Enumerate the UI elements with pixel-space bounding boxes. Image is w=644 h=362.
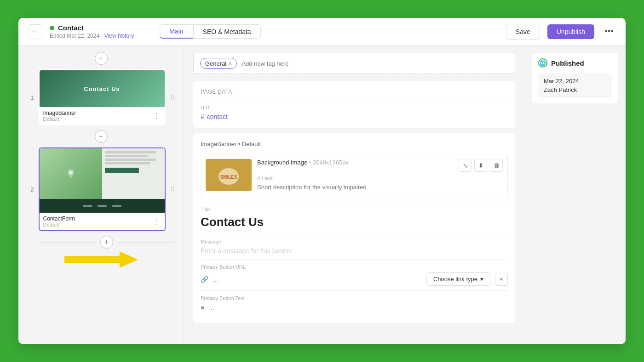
page-data-card: Page data UID # contact xyxy=(193,81,515,128)
section-menu-button-1[interactable]: ⋮ xyxy=(152,111,161,121)
url-field-group: Primary Button URL 🔗 ... Choose link typ… xyxy=(201,259,508,290)
section-labels-2: ContactForm Default xyxy=(43,215,75,227)
tab-seo[interactable]: SEO & Metadata xyxy=(193,24,261,39)
thumbnail-top xyxy=(40,148,165,199)
published-label: Published xyxy=(551,59,584,67)
arrow-annotation xyxy=(37,251,166,268)
more-menu-button[interactable]: ••• xyxy=(602,24,616,39)
publish-date-card: Mar 22, 2024 Zach Patrick xyxy=(538,73,612,98)
image-title-text: Background Image xyxy=(257,159,307,166)
add-section-bottom-row: + xyxy=(28,236,175,249)
add-section-middle-button[interactable]: + xyxy=(95,130,108,143)
image-title: Background Image • 2048x1365px xyxy=(257,159,349,166)
crop-button[interactable]: ⤡ xyxy=(459,159,472,172)
uid-content: UID # contact xyxy=(201,105,508,120)
text-value: ... xyxy=(209,304,214,311)
tag-label: General xyxy=(205,60,226,67)
url-row: 🔗 ... Choose link type ▾ × xyxy=(201,272,508,286)
svg-marker-1 xyxy=(64,251,138,268)
add-section-top-button[interactable]: + xyxy=(95,52,108,65)
edited-text: Edited Mar 22, 2024 - xyxy=(50,33,103,39)
uid-row: UID # contact xyxy=(201,100,508,120)
message-label: Message xyxy=(201,239,508,244)
add-tag-input[interactable] xyxy=(242,60,319,67)
section-labels-1: ImageBanner Default xyxy=(43,110,76,122)
text-field-group: Primary Button Text ≡ ... xyxy=(201,290,508,316)
section-sub-2: Default xyxy=(43,222,75,227)
message-placeholder[interactable]: Enter a message for this banner xyxy=(201,247,508,255)
tag-remove-button[interactable]: × xyxy=(228,60,232,67)
publish-date: Mar 22, 2024 xyxy=(544,78,606,85)
section-row-1: 1 Contact Us ImageBanner Default ⋮ ⠿ xyxy=(28,69,175,125)
section-thumbnail-1: Contact Us xyxy=(40,70,165,107)
section-thumbnail-2 xyxy=(40,148,165,213)
tags-row: General × xyxy=(193,53,515,74)
url-value: ... xyxy=(213,276,218,283)
divider-line-right xyxy=(118,242,175,243)
status-dot xyxy=(50,26,54,30)
center-panel: General × Page data UID # contact xyxy=(184,45,524,344)
section-number-2: 2 xyxy=(28,186,34,193)
text-label: Primary Button Text xyxy=(201,295,508,301)
image-banner-card: ImageBanner • Default SMILES xyxy=(193,133,515,323)
uid-label: UID xyxy=(201,105,508,110)
section-card-2[interactable]: ContactForm Default ⋮ xyxy=(39,147,166,231)
yellow-arrow-svg xyxy=(64,251,138,268)
uid-value: contact xyxy=(207,113,228,120)
delete-image-button[interactable]: 🗑 xyxy=(490,159,503,172)
text-row: ≡ ... xyxy=(201,304,508,311)
published-card: 🌐 Published Mar 22, 2024 Zach Patrick xyxy=(532,53,618,103)
clear-url-button[interactable]: × xyxy=(495,273,508,286)
divider-line xyxy=(39,242,96,243)
page-meta: Edited Mar 22, 2024 - View history xyxy=(50,33,134,39)
add-section-bottom-button[interactable]: + xyxy=(100,236,113,249)
unpublish-button[interactable]: Unpublish xyxy=(547,24,594,39)
page-title-row: Contact xyxy=(50,24,134,32)
section-card-title: ImageBanner • Default xyxy=(201,141,508,147)
title-value[interactable]: Contact Us xyxy=(201,215,508,229)
app-window: ← Contact Edited Mar 22, 2024 - View his… xyxy=(18,18,626,344)
view-history-link[interactable]: View history xyxy=(104,33,134,39)
thumbnail-form xyxy=(102,148,165,199)
image-actions: ⤡ ⬇ 🗑 xyxy=(459,159,503,172)
drag-handle-2[interactable]: ⠿ xyxy=(170,186,175,193)
left-sidebar: + 1 Contact Us ImageBanner Default ⋮ xyxy=(18,45,184,344)
section-card-1[interactable]: Contact Us ImageBanner Default ⋮ xyxy=(39,69,166,125)
thumbnail-text: Contact Us xyxy=(84,85,120,92)
url-label: Primary Button URL xyxy=(201,264,508,270)
section-row-2: 2 xyxy=(28,147,175,231)
crop-icon: ⤡ xyxy=(463,162,468,169)
top-bar: ← Contact Edited Mar 22, 2024 - View his… xyxy=(18,18,626,45)
image-thumbnail: SMILES xyxy=(206,159,252,191)
title-field-group: Title Contact Us xyxy=(201,202,508,234)
trash-icon: 🗑 xyxy=(494,162,500,169)
more-icon: ••• xyxy=(605,27,614,36)
download-button[interactable]: ⬇ xyxy=(474,159,487,172)
chevron-down-icon: ▾ xyxy=(480,276,483,283)
publish-author: Zach Patrick xyxy=(544,86,606,93)
published-header: 🌐 Published xyxy=(538,58,612,68)
back-button[interactable]: ← xyxy=(28,24,42,39)
section-info-2: ContactForm Default ⋮ xyxy=(40,213,165,230)
section-name-1: ImageBanner xyxy=(43,110,76,116)
drag-handle-1[interactable]: ⠿ xyxy=(170,94,175,101)
choose-link-type-button[interactable]: Choose link type ▾ xyxy=(426,272,490,286)
svg-text:SMILES: SMILES xyxy=(220,175,237,180)
section-name-2: ContactForm xyxy=(43,215,75,222)
section-menu-button-2[interactable]: ⋮ xyxy=(152,216,161,227)
image-meta: Background Image • 2048x1365px ⤡ ⬇ xyxy=(257,159,503,191)
right-panel: 🌐 Published Mar 22, 2024 Zach Patrick xyxy=(524,45,626,344)
tab-main[interactable]: Main xyxy=(160,24,193,39)
image-row: SMILES Background Image • 2048x1365px ⤡ xyxy=(201,154,508,196)
image-dimensions: • 2048x1365px xyxy=(309,159,349,166)
download-icon: ⬇ xyxy=(478,162,483,169)
text-lines-icon: ≡ xyxy=(201,304,204,311)
tabs-group: Main SEO & Metadata xyxy=(160,24,260,39)
choose-link-label: Choose link type xyxy=(433,276,477,283)
back-icon: ← xyxy=(32,28,38,35)
section-number-1: 1 xyxy=(28,94,34,101)
save-button[interactable]: Save xyxy=(506,24,540,40)
alt-text-input[interactable] xyxy=(257,184,503,191)
message-field-group: Message Enter a message for this banner xyxy=(201,234,508,259)
page-info: Contact Edited Mar 22, 2024 - View histo… xyxy=(50,24,134,39)
